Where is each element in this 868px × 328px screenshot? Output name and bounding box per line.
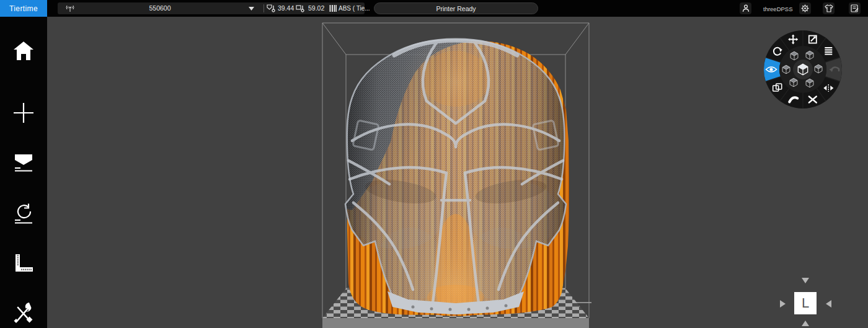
- printer-status: Printer Ready: [374, 2, 538, 14]
- sidebar-item-home[interactable]: [0, 33, 47, 68]
- tshirt-icon[interactable]: [823, 2, 835, 14]
- material-spool-icon: [329, 4, 337, 12]
- model-helmet[interactable]: [345, 37, 569, 328]
- nozzle-temp: 39.44: [278, 4, 294, 12]
- view-nav-label: L: [802, 295, 809, 311]
- view-nav[interactable]: L: [780, 278, 831, 326]
- sidebar-item-maintenance[interactable]: [0, 296, 47, 328]
- viewport-3d[interactable]: L: [47, 17, 868, 328]
- view-nav-up-arrow[interactable]: [802, 278, 809, 283]
- nozzle-temp-icon: [267, 4, 276, 12]
- top-bar: Tiertime 550600 39.44 59.02 ABS ( Tie...…: [0, 0, 868, 17]
- initialize-icon: [12, 203, 35, 225]
- sidebar-item-add[interactable]: [0, 95, 47, 130]
- settings-gear-icon[interactable]: [799, 2, 811, 14]
- cube-center-icon[interactable]: [798, 64, 807, 75]
- view-nav-left-arrow[interactable]: [780, 300, 786, 308]
- cube-view-icon: [790, 51, 798, 60]
- add-model-icon: [12, 102, 35, 124]
- radial-menu[interactable]: [764, 30, 842, 109]
- maintenance-icon: [12, 302, 35, 324]
- app-logo[interactable]: Tiertime: [0, 0, 47, 17]
- account-label[interactable]: threeDPSS: [763, 6, 793, 12]
- bed-temp: 59.02: [308, 4, 324, 12]
- view-nav-down-arrow[interactable]: [802, 321, 809, 326]
- printer-selector[interactable]: 550600 39.44 59.02 ABS ( Tie...: [58, 2, 365, 14]
- bed-temp-icon: [296, 4, 305, 12]
- home-icon: [13, 41, 34, 61]
- calibrate-icon: [12, 252, 35, 275]
- sidebar-item-print[interactable]: [0, 145, 47, 180]
- material-label: ABS ( Tie...: [339, 5, 370, 12]
- user-icon[interactable]: [740, 2, 751, 14]
- left-sidebar: [0, 17, 47, 328]
- sidebar-item-calibrate[interactable]: [0, 246, 47, 281]
- print-icon: [12, 151, 35, 174]
- sidebar-item-initialize[interactable]: [0, 197, 47, 231]
- feedback-doc-icon[interactable]: [849, 2, 861, 14]
- printer-id: 550600: [58, 4, 262, 12]
- view-nav-right-arrow[interactable]: [826, 300, 831, 308]
- dropdown-caret-icon[interactable]: [249, 7, 254, 11]
